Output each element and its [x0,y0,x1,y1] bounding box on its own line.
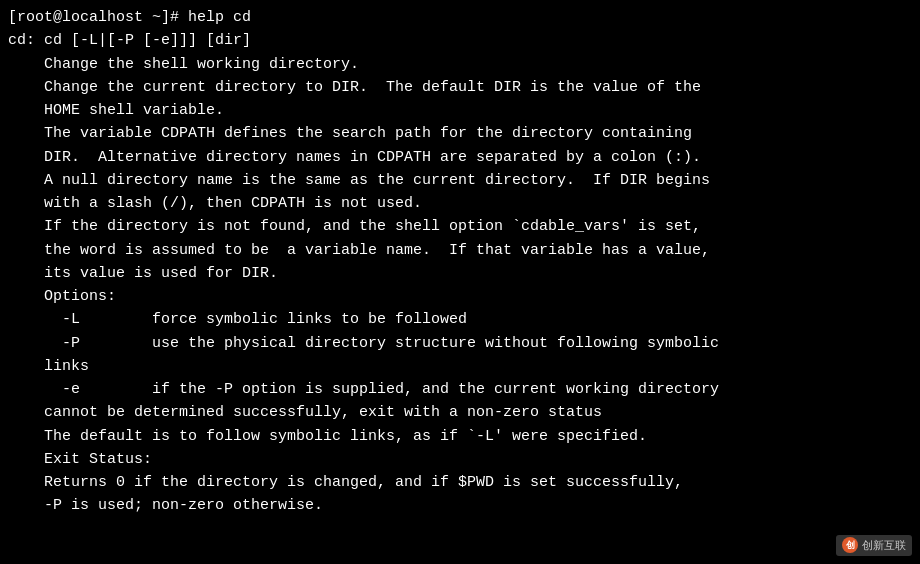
terminal-line: -P is used; non-zero otherwise. [8,494,912,517]
terminal-line: HOME shell variable. [8,99,912,122]
terminal-line: [root@localhost ~]# help cd [8,6,912,29]
terminal-line: Change the shell working directory. [8,53,912,76]
terminal-line: with a slash (/), then CDPATH is not use… [8,192,912,215]
terminal-line: Change the current directory to DIR. The… [8,76,912,99]
terminal-line: Options: [8,285,912,308]
terminal-line: The variable CDPATH defines the search p… [8,122,912,145]
watermark-icon: 创 [842,537,858,553]
terminal-line: -e if the -P option is supplied, and the… [8,378,912,401]
terminal-line: its value is used for DIR. [8,262,912,285]
watermark-label: 创新互联 [862,537,906,554]
terminal-line: cd: cd [-L|[-P [-e]]] [dir] [8,29,912,52]
terminal-line: A null directory name is the same as the… [8,169,912,192]
terminal-line: cannot be determined successfully, exit … [8,401,912,424]
terminal-line: DIR. Alternative directory names in CDPA… [8,146,912,169]
terminal-line: -P use the physical directory structure … [8,332,912,355]
terminal-window: [root@localhost ~]# help cdcd: cd [-L|[-… [0,0,920,564]
terminal-line: the word is assumed to be a variable nam… [8,239,912,262]
terminal-line: The default is to follow symbolic links,… [8,425,912,448]
terminal-line: Exit Status: [8,448,912,471]
terminal-line: Returns 0 if the directory is changed, a… [8,471,912,494]
terminal-line: links [8,355,912,378]
terminal-line: If the directory is not found, and the s… [8,215,912,238]
terminal-line: -L force symbolic links to be followed [8,308,912,331]
watermark: 创 创新互联 [836,535,912,556]
terminal-output: [root@localhost ~]# help cdcd: cd [-L|[-… [8,6,912,518]
